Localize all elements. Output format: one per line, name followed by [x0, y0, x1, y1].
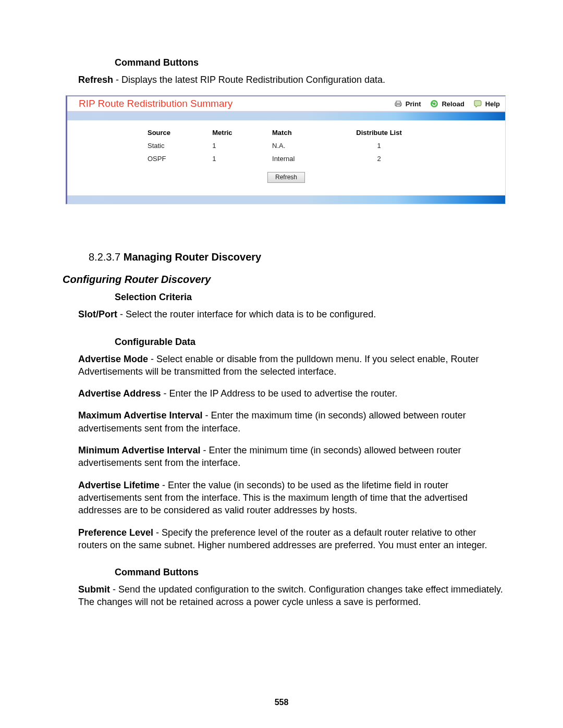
cell-source: OSPF	[141, 153, 205, 165]
advertise-life-label: Advertise Lifetime	[78, 480, 160, 490]
min-interval-label: Minimum Advertise Interval	[78, 445, 200, 455]
pref-level-desc: Preference Level - Specify the preferenc…	[78, 526, 506, 552]
command-buttons-heading-top: Command Buttons	[115, 57, 506, 68]
advertise-life-desc: Advertise Lifetime - Enter the value (in…	[78, 479, 506, 517]
selection-criteria-heading: Selection Criteria	[115, 292, 506, 303]
help-label: Help	[485, 100, 500, 108]
svg-rect-2	[396, 105, 400, 106]
help-icon	[474, 100, 482, 107]
panel-header: RIP Route Redistribution Summary Print R…	[67, 96, 505, 112]
cell-source: Static	[141, 140, 205, 152]
advertise-mode-desc: Advertise Mode - Select enable or disabl…	[78, 353, 506, 378]
col-distribute: Distribute List	[330, 126, 431, 139]
print-label: Print	[406, 100, 421, 108]
section-title: Managing Router Discovery	[124, 251, 262, 263]
panel-spacer	[67, 190, 505, 195]
page: Command Buttons Refresh - Displays the l…	[0, 0, 563, 728]
min-interval-desc: Minimum Advertise Interval - Enter the m…	[78, 444, 506, 470]
configurable-data-heading: Configurable Data	[115, 337, 506, 348]
table-row: OSPF 1 Internal 2	[141, 153, 431, 165]
reload-label: Reload	[442, 100, 464, 108]
submit-desc: Submit - Send the updated configuration …	[78, 583, 506, 609]
pref-level-label: Preference Level	[78, 527, 153, 538]
refresh-desc-text: - Displays the latest RIP Route Redistri…	[113, 75, 385, 85]
slot-port-desc: Slot/Port - Select the router interface …	[78, 308, 506, 320]
svg-rect-1	[396, 101, 400, 103]
blue-strip-bottom	[67, 195, 505, 204]
submit-text: - Send the updated configuration to the …	[78, 584, 503, 607]
reload-icon	[430, 100, 438, 108]
advertise-address-label: Advertise Address	[78, 388, 161, 399]
reload-button[interactable]: Reload	[430, 100, 464, 108]
cell-distribute: 1	[330, 140, 431, 152]
advertise-mode-label: Advertise Mode	[78, 354, 148, 364]
slot-port-label: Slot/Port	[78, 309, 117, 319]
refresh-row: Refresh	[80, 169, 493, 189]
svg-point-3	[431, 100, 438, 107]
refresh-description: Refresh - Displays the latest RIP Route …	[78, 73, 506, 86]
panel-actions: Print Reload Help	[394, 100, 500, 108]
cell-metric: 1	[206, 140, 265, 152]
submit-label: Submit	[78, 584, 110, 595]
col-source: Source	[141, 126, 205, 139]
max-interval-desc: Maximum Advertise Interval - Enter the m…	[78, 409, 506, 435]
panel-title: RIP Route Redistribution Summary	[79, 98, 394, 109]
col-metric: Metric	[206, 126, 265, 139]
cell-match: N.A.	[266, 140, 329, 152]
refresh-label: Refresh	[78, 75, 113, 85]
subsection-heading: Configuring Router Discovery	[63, 274, 506, 286]
col-match: Match	[266, 126, 329, 139]
section-heading: 8.2.3.7 Managing Router Discovery	[89, 251, 506, 263]
slot-port-text: - Select the router interface for which …	[117, 309, 376, 319]
cell-distribute: 2	[330, 153, 431, 165]
max-interval-label: Maximum Advertise Interval	[78, 410, 202, 421]
section-number: 8.2.3.7	[89, 251, 124, 263]
cell-match: Internal	[266, 153, 329, 165]
cell-metric: 1	[206, 153, 265, 165]
summary-table: Source Metric Match Distribute List Stat…	[140, 125, 432, 166]
summary-body: Source Metric Match Distribute List Stat…	[67, 120, 505, 190]
refresh-button[interactable]: Refresh	[267, 172, 305, 183]
help-button[interactable]: Help	[474, 100, 500, 108]
advertise-address-text: - Enter the IP Address to be used to adv…	[161, 388, 397, 399]
rip-summary-panel: RIP Route Redistribution Summary Print R…	[66, 95, 506, 204]
printer-icon	[394, 100, 402, 107]
command-buttons-heading: Command Buttons	[115, 567, 506, 578]
print-button[interactable]: Print	[394, 100, 421, 108]
table-row: Static 1 N.A. 1	[141, 140, 431, 152]
table-header-row: Source Metric Match Distribute List	[141, 126, 431, 139]
advertise-address-desc: Advertise Address - Enter the IP Address…	[78, 387, 506, 400]
blue-strip-top	[67, 112, 505, 120]
page-number: 558	[0, 698, 563, 707]
